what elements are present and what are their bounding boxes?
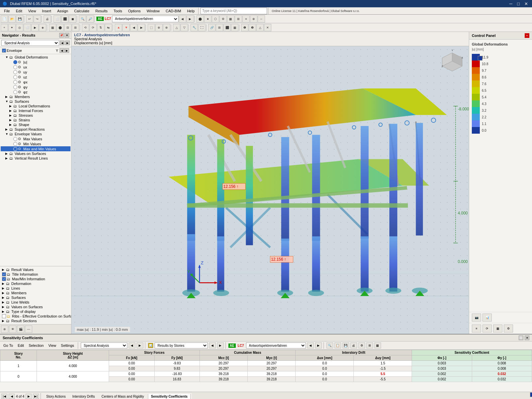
sens-lc-next[interactable]: ▶	[315, 342, 322, 348]
tree-min-vals[interactable]: ⊙ Min Values	[1, 141, 70, 146]
tb2-32[interactable]: △	[256, 24, 264, 31]
interstory-drifts-tab[interactable]: Interstory Drifts	[69, 394, 97, 399]
env-right-btn[interactable]: ▶	[65, 48, 69, 53]
sens-tb4[interactable]: 🖨	[350, 342, 357, 348]
tb2-6[interactable]: ◈	[39, 24, 46, 31]
sens-float-btn[interactable]: ⬜	[519, 335, 523, 340]
sens-menu-edit[interactable]: Edit	[16, 343, 26, 348]
tb2-10[interactable]: ⊞	[72, 24, 79, 31]
bottom-tb-3[interactable]: 🎬	[17, 326, 24, 333]
radio-phiz[interactable]	[13, 90, 17, 94]
radio-max-vals[interactable]	[13, 137, 17, 141]
tb2-1[interactable]: +	[1, 24, 8, 31]
cp-grid-btn[interactable]: ▦	[493, 325, 502, 332]
maximize-btn[interactable]: □	[516, 1, 521, 6]
zoom-in[interactable]: 🔍	[79, 15, 86, 23]
nav-next-btn[interactable]: ▶	[65, 41, 70, 45]
sens-next-btn[interactable]: ▶	[137, 342, 143, 348]
tb2-3[interactable]: ◎	[16, 24, 23, 31]
toggle-members[interactable]: ▶	[5, 95, 9, 98]
tb2-27[interactable]: ⊞	[216, 24, 223, 31]
tb2-26[interactable]: 🔗	[208, 24, 215, 31]
tb2-11[interactable]: ⟲	[82, 24, 89, 31]
print-btn[interactable]: 🖨	[44, 15, 51, 23]
tb2-13[interactable]: ⇅	[97, 24, 104, 31]
radio-min-vals[interactable]	[13, 142, 17, 146]
tree-stresses[interactable]: ▶ 🗂 Stresses	[1, 113, 70, 118]
minimize-btn[interactable]: ─	[508, 1, 513, 6]
sens-tb1[interactable]: 🔍	[327, 342, 333, 348]
tree-shape[interactable]: ▶ 🗂 Shape	[1, 122, 70, 127]
tb2-4[interactable]: ⬜	[24, 24, 31, 31]
close-btn[interactable]: ✕	[523, 1, 529, 6]
tree-max-vals[interactable]: ⊙ Max Values	[1, 136, 70, 141]
sens-analysis-dropdown[interactable]: Spectral Analysis	[81, 342, 127, 348]
tb2-29[interactable]: ▦	[231, 24, 238, 31]
sens-results-dropdown[interactable]: Results by Stories	[155, 342, 208, 348]
tb2-12[interactable]: ⟳	[89, 24, 97, 31]
viewport-canvas[interactable]: X Y Z 12.156 ↑ 12.156 ↑	[71, 46, 469, 334]
tb2-21[interactable]: ⊗	[163, 24, 170, 31]
sens-tb6[interactable]: ⊞	[366, 342, 373, 348]
radio-uz[interactable]	[13, 75, 17, 79]
cp-list-btn[interactable]: ≡	[472, 325, 481, 332]
bottom-result-sections[interactable]: ▶ 🗂 Result Sections	[1, 319, 70, 323]
tb2-31[interactable]: ❷	[249, 24, 256, 31]
tree-uz[interactable]: ⊙ uz	[1, 74, 70, 79]
menu-help[interactable]: Help	[185, 8, 198, 14]
sens-lc-prev[interactable]: ◀	[307, 342, 314, 348]
tb-extra5[interactable]: ▦	[227, 15, 234, 23]
menu-insert[interactable]: Insert	[39, 8, 54, 14]
redo-btn[interactable]: ↪	[34, 15, 41, 23]
sens-menu-view[interactable]: View	[46, 343, 58, 348]
tree-max-min-vals[interactable]: ⊙ Max and Min Values	[1, 146, 70, 151]
tb-extra3[interactable]: ⬡	[212, 15, 219, 23]
title-info-cb[interactable]: ✓	[2, 272, 6, 276]
sens-tb3[interactable]: 💾	[342, 342, 349, 348]
nav-close-btn[interactable]: ✕	[65, 33, 69, 38]
tree-global-def[interactable]: ▼ 🗂 Global Deformations	[1, 55, 70, 60]
story-actions-tab[interactable]: Story Actions	[44, 394, 68, 399]
zoom-out[interactable]: 🔎	[86, 15, 94, 23]
bottom-line-welds[interactable]: ▶ 🗂 Line Welds	[1, 300, 70, 305]
tb2-8[interactable]: ⬤	[57, 24, 64, 31]
radio-u[interactable]	[13, 60, 17, 64]
sens-menu-goto[interactable]: Go To	[1, 343, 15, 348]
centers-tab[interactable]: Centers of Mass and Rigidity	[99, 394, 147, 399]
tb2-33[interactable]: ✕	[264, 24, 271, 31]
sens-close-btn[interactable]: ✕	[525, 335, 529, 340]
tb-extra9[interactable]: ↔	[258, 15, 265, 23]
tb2-2[interactable]: ✦	[8, 24, 16, 31]
sens-results-prev[interactable]: ◀	[209, 342, 216, 348]
radio-phix[interactable]	[13, 80, 17, 84]
tb2-20[interactable]: ⊕	[155, 24, 163, 31]
menu-window[interactable]: Window	[144, 8, 162, 14]
sens-tb5[interactable]: ⚙	[358, 342, 365, 348]
undo-btn[interactable]: ↩	[26, 15, 33, 23]
tb-extra6[interactable]: ⊞	[235, 15, 242, 23]
menu-calculate[interactable]: Calculate	[71, 8, 92, 14]
view3[interactable]: ◼	[69, 15, 76, 23]
tb-extra1[interactable]: ⬤	[197, 15, 204, 23]
tb2-30[interactable]: ❶	[241, 24, 248, 31]
tb2-19[interactable]: ⬚	[148, 24, 155, 31]
open-btn[interactable]: 📂	[8, 15, 16, 23]
menu-options[interactable]: Options	[125, 8, 143, 14]
toggle-global-def[interactable]: ▼	[5, 56, 9, 59]
maxmin-info-cb[interactable]: ✓	[2, 277, 6, 281]
bottom-values-on-surfaces2[interactable]: ▶ 🗂 Values on Surfaces	[1, 305, 70, 309]
bottom-type-of-display[interactable]: ▶ 🗂 Type of display	[1, 309, 70, 314]
bottom-lines[interactable]: ▶ 🗂 Lines	[1, 286, 70, 291]
sens-menu-settings[interactable]: Settings	[59, 343, 76, 348]
cp-table-btn[interactable]: 📊	[482, 314, 492, 322]
tb2-22[interactable]: △	[173, 24, 180, 31]
tb2-17[interactable]: ◀	[130, 24, 137, 31]
sens-prev-btn[interactable]: ◀	[129, 342, 135, 348]
menu-view[interactable]: View	[26, 8, 39, 14]
bottom-members2[interactable]: ▶ 🗂 Members	[1, 291, 70, 295]
pg-last[interactable]: ▶|	[33, 394, 39, 399]
tb2-24[interactable]: 🔧	[191, 24, 198, 31]
keyword-search[interactable]	[200, 8, 267, 14]
view2[interactable]: ⬛	[61, 15, 68, 23]
ribs-cb[interactable]	[2, 314, 6, 318]
